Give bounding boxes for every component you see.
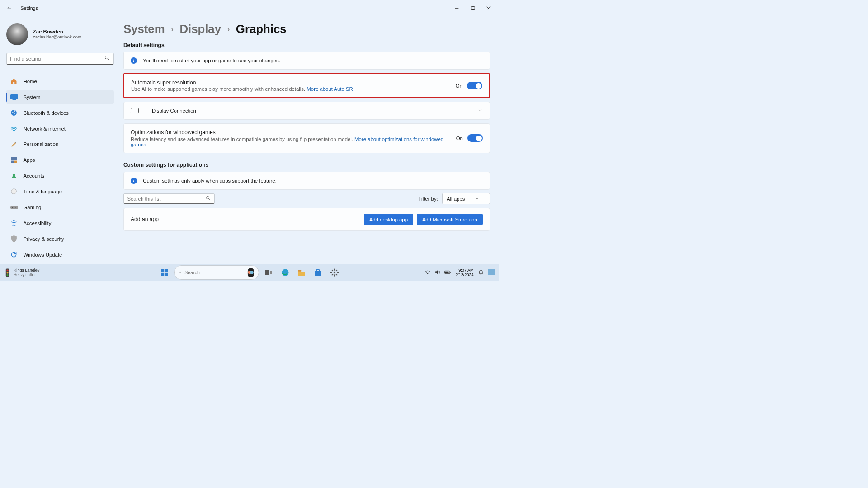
list-search-wrapper[interactable] [123,193,215,204]
minimize-icon [455,6,459,10]
minimize-button[interactable] [449,3,465,14]
explorer-button[interactable] [295,266,308,279]
search-input-wrapper[interactable] [6,53,114,65]
search-icon [104,55,110,62]
auto-sr-toggle[interactable] [467,82,482,89]
clock-icon [10,188,18,196]
add-app-title: Add an app [131,216,159,222]
svg-rect-28 [165,269,168,272]
nav-label: Bluetooth & devices [24,110,69,116]
auto-sr-state: On [456,83,462,89]
arrow-left-icon [6,5,13,11]
user-block[interactable]: Zac Bowden zacinsider@outlook.com [6,23,114,46]
nav-label: Windows Update [24,252,62,258]
svg-rect-13 [11,160,14,163]
taskbar-clock[interactable]: 9:07 AM 2/12/2024 [455,268,473,277]
back-button[interactable] [3,1,16,15]
start-button[interactable] [158,266,171,279]
nav-accounts[interactable]: Accounts [6,169,114,183]
breadcrumb-display[interactable]: Display [179,23,221,36]
app-title: Settings [20,5,38,11]
nav-time[interactable]: Time & language [6,184,114,199]
windowed-opt-title: Optimizations for windowed games [131,129,450,136]
edge-button[interactable] [278,266,292,279]
svg-rect-44 [445,272,449,273]
tray-chevron-icon[interactable] [417,269,421,276]
nav-accessibility[interactable]: Accessibility [6,216,114,230]
titlebar: Settings [0,0,499,16]
nav-label: Privacy & security [24,236,64,242]
svg-point-31 [179,272,180,273]
info-custom-text: Custom settings only apply when apps sup… [143,178,277,183]
windows-icon [160,268,169,277]
add-desktop-app-button[interactable]: Add desktop app [364,214,414,225]
nav-network[interactable]: Network & internet [6,122,114,136]
svg-point-24 [7,269,9,271]
store-button[interactable] [311,266,325,279]
close-icon [486,6,491,10]
add-app-card: Add an app Add desktop app Add Microsoft… [123,208,490,231]
notifications-tray-icon[interactable] [478,269,484,277]
content: System › Display › Graphics Default sett… [120,16,499,264]
svg-rect-36 [270,271,272,274]
svg-line-6 [108,59,109,60]
nav-label: Network & internet [24,126,66,131]
windowed-opt-card[interactable]: Optimizations for windowed games Reduce … [123,123,490,153]
wifi-tray-icon[interactable] [425,269,430,276]
nav-home[interactable]: Home [6,74,114,89]
apps-icon [10,156,18,164]
nav-personalization[interactable]: Personalization [6,137,114,152]
sidebar: Zac Bowden zacinsider@outlook.com Home S… [0,16,120,264]
auto-sr-desc: Use AI to make supported games play more… [131,86,449,92]
svg-rect-2 [472,6,475,9]
taskbar-date: 2/12/2024 [455,272,473,277]
taskbar-search[interactable] [174,265,259,280]
info-custom-card: i Custom settings only apply when apps s… [123,172,490,190]
add-store-app-button[interactable]: Add Microsoft Store app [417,214,483,225]
windowed-opt-desc: Reduce latency and use advanced features… [131,136,450,147]
svg-rect-29 [161,273,164,276]
svg-rect-46 [488,269,495,275]
taskbar-widget[interactable]: Kings Langley Heavy traffic [4,268,39,277]
auto-sr-link[interactable]: More about Auto SR [307,86,353,92]
volume-tray-icon[interactable] [435,269,440,276]
info-icon: i [131,57,137,64]
desktop-peek[interactable] [488,269,495,276]
auto-sr-card[interactable]: Automatic super resolution Use AI to mak… [123,73,490,99]
nav-label: Apps [24,157,35,163]
copilot-button[interactable] [248,268,254,277]
breadcrumb: System › Display › Graphics [123,23,490,36]
bluetooth-icon [10,109,18,117]
breadcrumb-system[interactable]: System [123,23,165,36]
avatar [6,23,28,46]
filter-select[interactable]: All apps [442,193,490,204]
battery-tray-icon[interactable] [444,269,451,276]
nav-privacy[interactable]: Privacy & security [6,232,114,246]
nav-label: System [24,94,41,100]
display-connection-card[interactable]: Display Connection [123,102,490,120]
list-search-input[interactable] [127,196,206,202]
traffic-icon [4,268,11,277]
svg-point-42 [428,273,429,274]
search-input[interactable] [10,56,104,61]
windowed-opt-toggle[interactable] [467,134,482,142]
nav-label: Personalization [24,141,59,147]
breadcrumb-current: Graphics [236,23,287,36]
maximize-button[interactable] [465,3,481,14]
svg-rect-12 [14,157,17,160]
close-button[interactable] [481,3,496,14]
nav-label: Accessibility [24,221,52,226]
filter-row: Filter by: All apps [123,193,490,204]
nav-update[interactable]: Windows Update [6,248,114,262]
search-icon [179,270,181,275]
nav-gaming[interactable]: Gaming [6,200,114,215]
settings-button[interactable] [328,266,341,279]
nav-apps[interactable]: Apps [6,153,114,167]
nav-bluetooth[interactable]: Bluetooth & devices [6,106,114,120]
auto-sr-title: Automatic super resolution [131,80,449,86]
taskbar-search-input[interactable] [184,270,244,275]
task-view-button[interactable] [262,266,275,279]
section-custom-settings: Custom settings for applications [123,162,490,168]
nav-system[interactable]: System [6,90,114,104]
svg-point-41 [333,272,335,274]
